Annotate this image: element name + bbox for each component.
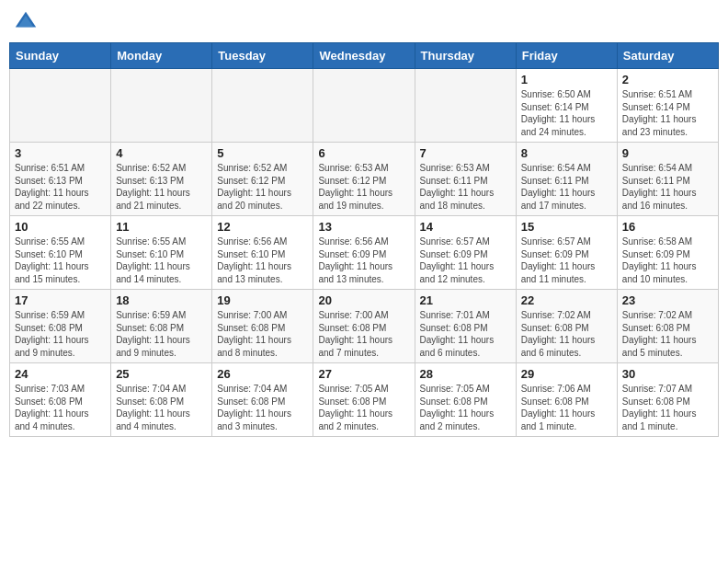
calendar-week-row: 10Sunrise: 6:55 AM Sunset: 6:10 PM Dayli…: [10, 216, 719, 290]
day-number: 1: [521, 73, 612, 86]
weekday-header: Tuesday: [212, 43, 313, 69]
calendar-table: SundayMondayTuesdayWednesdayThursdayFrid…: [9, 42, 719, 437]
calendar-day-cell: 18Sunrise: 6:59 AM Sunset: 6:08 PM Dayli…: [111, 290, 212, 363]
day-info: Sunrise: 6:51 AM Sunset: 6:13 PM Dayligh…: [15, 162, 106, 212]
page-header: [9, 9, 719, 35]
day-number: 9: [622, 146, 713, 160]
day-info: Sunrise: 6:54 AM Sunset: 6:11 PM Dayligh…: [622, 162, 713, 212]
calendar-day-cell: 23Sunrise: 7:02 AM Sunset: 6:08 PM Dayli…: [617, 290, 718, 363]
day-number: 23: [622, 293, 713, 307]
day-info: Sunrise: 6:58 AM Sunset: 6:09 PM Dayligh…: [622, 236, 713, 285]
calendar-day-cell: [212, 69, 313, 143]
day-number: 29: [521, 367, 612, 381]
day-number: 19: [217, 293, 308, 307]
day-number: 8: [521, 146, 612, 160]
calendar-day-cell: 3Sunrise: 6:51 AM Sunset: 6:13 PM Daylig…: [10, 143, 111, 216]
calendar-day-cell: 19Sunrise: 7:00 AM Sunset: 6:08 PM Dayli…: [212, 290, 313, 363]
day-info: Sunrise: 6:59 AM Sunset: 6:08 PM Dayligh…: [15, 309, 106, 359]
calendar-day-cell: [415, 69, 516, 143]
calendar-day-cell: 1Sunrise: 6:50 AM Sunset: 6:14 PM Daylig…: [516, 69, 617, 143]
calendar-day-cell: [111, 69, 212, 143]
calendar-day-cell: 4Sunrise: 6:52 AM Sunset: 6:13 PM Daylig…: [111, 143, 212, 216]
day-number: 11: [116, 220, 207, 234]
calendar-day-cell: 2Sunrise: 6:51 AM Sunset: 6:14 PM Daylig…: [617, 69, 718, 143]
day-info: Sunrise: 7:07 AM Sunset: 6:08 PM Dayligh…: [622, 383, 713, 432]
calendar-day-cell: [313, 69, 415, 143]
day-info: Sunrise: 6:50 AM Sunset: 6:14 PM Dayligh…: [521, 88, 612, 138]
day-number: 13: [318, 220, 409, 234]
weekday-header: Saturday: [617, 43, 718, 69]
day-number: 25: [116, 367, 207, 381]
day-info: Sunrise: 6:55 AM Sunset: 6:10 PM Dayligh…: [15, 236, 106, 285]
day-info: Sunrise: 6:52 AM Sunset: 6:12 PM Dayligh…: [217, 162, 308, 212]
calendar-day-cell: 29Sunrise: 7:06 AM Sunset: 6:08 PM Dayli…: [516, 363, 617, 437]
day-info: Sunrise: 6:59 AM Sunset: 6:08 PM Dayligh…: [116, 309, 207, 359]
calendar-week-row: 1Sunrise: 6:50 AM Sunset: 6:14 PM Daylig…: [10, 69, 719, 143]
calendar-day-cell: [10, 69, 111, 143]
calendar-day-cell: 17Sunrise: 6:59 AM Sunset: 6:08 PM Dayli…: [10, 290, 111, 363]
logo: [13, 9, 42, 35]
day-number: 24: [15, 367, 106, 381]
calendar-day-cell: 28Sunrise: 7:05 AM Sunset: 6:08 PM Dayli…: [415, 363, 516, 437]
calendar-day-cell: 16Sunrise: 6:58 AM Sunset: 6:09 PM Dayli…: [617, 216, 718, 290]
calendar-day-cell: 27Sunrise: 7:05 AM Sunset: 6:08 PM Dayli…: [313, 363, 415, 437]
calendar-day-cell: 7Sunrise: 6:53 AM Sunset: 6:11 PM Daylig…: [415, 143, 516, 216]
calendar-day-cell: 8Sunrise: 6:54 AM Sunset: 6:11 PM Daylig…: [516, 143, 617, 216]
calendar-day-cell: 21Sunrise: 7:01 AM Sunset: 6:08 PM Dayli…: [415, 290, 516, 363]
day-number: 3: [15, 146, 106, 160]
day-info: Sunrise: 7:04 AM Sunset: 6:08 PM Dayligh…: [217, 383, 308, 432]
calendar-day-cell: 13Sunrise: 6:56 AM Sunset: 6:09 PM Dayli…: [313, 216, 415, 290]
day-info: Sunrise: 7:06 AM Sunset: 6:08 PM Dayligh…: [521, 383, 612, 432]
calendar-day-cell: 26Sunrise: 7:04 AM Sunset: 6:08 PM Dayli…: [212, 363, 313, 437]
day-number: 17: [15, 293, 106, 307]
calendar-day-cell: 9Sunrise: 6:54 AM Sunset: 6:11 PM Daylig…: [617, 143, 718, 216]
calendar-day-cell: 24Sunrise: 7:03 AM Sunset: 6:08 PM Dayli…: [10, 363, 111, 437]
calendar-day-cell: 12Sunrise: 6:56 AM Sunset: 6:10 PM Dayli…: [212, 216, 313, 290]
calendar-day-cell: 22Sunrise: 7:02 AM Sunset: 6:08 PM Dayli…: [516, 290, 617, 363]
day-info: Sunrise: 6:53 AM Sunset: 6:12 PM Dayligh…: [318, 162, 409, 212]
day-number: 20: [318, 293, 409, 307]
day-info: Sunrise: 7:02 AM Sunset: 6:08 PM Dayligh…: [521, 309, 612, 359]
day-number: 2: [622, 73, 713, 86]
calendar-day-cell: 10Sunrise: 6:55 AM Sunset: 6:10 PM Dayli…: [10, 216, 111, 290]
day-info: Sunrise: 7:02 AM Sunset: 6:08 PM Dayligh…: [622, 309, 713, 359]
day-number: 7: [420, 146, 511, 160]
day-number: 4: [116, 146, 207, 160]
day-info: Sunrise: 6:56 AM Sunset: 6:10 PM Dayligh…: [217, 236, 308, 285]
calendar-day-cell: 11Sunrise: 6:55 AM Sunset: 6:10 PM Dayli…: [111, 216, 212, 290]
day-number: 30: [622, 367, 713, 381]
day-info: Sunrise: 7:05 AM Sunset: 6:08 PM Dayligh…: [318, 383, 409, 432]
day-number: 14: [420, 220, 511, 234]
logo-icon: [13, 9, 39, 35]
weekday-header: Wednesday: [313, 43, 415, 69]
day-number: 21: [420, 293, 511, 307]
weekday-header: Monday: [111, 43, 212, 69]
calendar-day-cell: 30Sunrise: 7:07 AM Sunset: 6:08 PM Dayli…: [617, 363, 718, 437]
day-info: Sunrise: 6:52 AM Sunset: 6:13 PM Dayligh…: [116, 162, 207, 212]
calendar-day-cell: 6Sunrise: 6:53 AM Sunset: 6:12 PM Daylig…: [313, 143, 415, 216]
day-info: Sunrise: 6:51 AM Sunset: 6:14 PM Dayligh…: [622, 88, 713, 138]
day-number: 18: [116, 293, 207, 307]
day-info: Sunrise: 6:53 AM Sunset: 6:11 PM Dayligh…: [420, 162, 511, 212]
day-number: 28: [420, 367, 511, 381]
calendar-week-row: 24Sunrise: 7:03 AM Sunset: 6:08 PM Dayli…: [10, 363, 719, 437]
day-number: 15: [521, 220, 612, 234]
weekday-header: Sunday: [10, 43, 111, 69]
day-number: 10: [15, 220, 106, 234]
day-info: Sunrise: 7:05 AM Sunset: 6:08 PM Dayligh…: [420, 383, 511, 432]
day-info: Sunrise: 6:56 AM Sunset: 6:09 PM Dayligh…: [318, 236, 409, 285]
day-info: Sunrise: 6:57 AM Sunset: 6:09 PM Dayligh…: [521, 236, 612, 285]
day-info: Sunrise: 6:57 AM Sunset: 6:09 PM Dayligh…: [420, 236, 511, 285]
calendar-day-cell: 25Sunrise: 7:04 AM Sunset: 6:08 PM Dayli…: [111, 363, 212, 437]
calendar-header-row: SundayMondayTuesdayWednesdayThursdayFrid…: [10, 43, 719, 69]
day-number: 26: [217, 367, 308, 381]
day-number: 6: [318, 146, 409, 160]
day-number: 5: [217, 146, 308, 160]
day-info: Sunrise: 7:01 AM Sunset: 6:08 PM Dayligh…: [420, 309, 511, 359]
day-number: 16: [622, 220, 713, 234]
day-info: Sunrise: 7:03 AM Sunset: 6:08 PM Dayligh…: [15, 383, 106, 432]
calendar-week-row: 17Sunrise: 6:59 AM Sunset: 6:08 PM Dayli…: [10, 290, 719, 363]
day-number: 22: [521, 293, 612, 307]
calendar-day-cell: 15Sunrise: 6:57 AM Sunset: 6:09 PM Dayli…: [516, 216, 617, 290]
calendar-week-row: 3Sunrise: 6:51 AM Sunset: 6:13 PM Daylig…: [10, 143, 719, 216]
